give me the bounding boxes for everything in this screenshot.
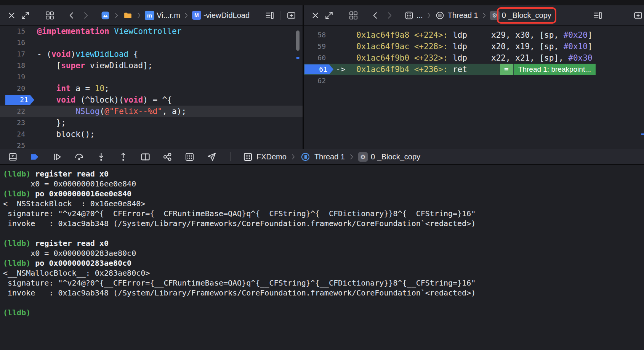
add-editor-button[interactable] xyxy=(631,8,644,22)
breadcrumb-file-label[interactable]: Vi...r.m xyxy=(157,11,180,20)
chevron-right-icon xyxy=(81,11,90,20)
related-items-button[interactable] xyxy=(43,8,56,22)
thread-breakpoint-badge[interactable]: Thread 1: breakpoint... xyxy=(514,64,596,75)
step-out-button[interactable] xyxy=(116,150,130,163)
simulate-location-button[interactable] xyxy=(204,150,219,163)
step-into-button[interactable] xyxy=(94,150,108,163)
source-code-text[interactable]: block(); xyxy=(27,128,95,140)
breakpoint-badge-menu-icon[interactable]: ≡ xyxy=(500,64,513,75)
debug-thread-label[interactable]: Thread 1 xyxy=(314,153,345,161)
continue-button[interactable] xyxy=(50,150,64,163)
breadcrumb-frame-label[interactable]: 0 _Block_copy xyxy=(502,11,551,20)
process-crumb[interactable] xyxy=(242,150,253,163)
line-number-gutter[interactable]: 21 xyxy=(0,94,27,106)
thread-crumb[interactable] xyxy=(300,150,311,163)
breadcrumb-symbol-label[interactable]: -viewDidLoad xyxy=(203,11,250,20)
source-code-text[interactable] xyxy=(27,71,37,83)
focus-editor-button[interactable] xyxy=(18,8,32,22)
project-crumb[interactable] xyxy=(100,8,111,22)
console-line: <__NSMallocBlock__: 0x283ae80c0> xyxy=(3,268,644,278)
source-line: 21 void (^block)(void) = ^{ xyxy=(0,94,303,106)
breakpoint-badge[interactable]: 21 xyxy=(5,95,34,105)
app-grid-icon xyxy=(404,11,414,20)
line-number-gutter[interactable]: 16 xyxy=(0,37,27,48)
view-debugger-button[interactable] xyxy=(138,150,152,163)
line-number-gutter[interactable]: 24 xyxy=(0,128,27,140)
disasm-line-number-gutter[interactable]: 62 xyxy=(304,75,330,87)
source-code-text[interactable]: int a = 10; xyxy=(27,83,109,94)
editor-options-button[interactable] xyxy=(591,8,604,22)
breadcrumb-separator-icon xyxy=(113,12,120,19)
source-code-text[interactable]: - (void)viewDidLoad { xyxy=(27,48,138,60)
project-crumb[interactable] xyxy=(404,8,414,22)
project-icon xyxy=(101,11,110,20)
line-number-gutter[interactable]: 17 xyxy=(0,48,27,60)
source-code-text[interactable]: NSLog(@"Felix--%d", a); xyxy=(27,106,186,117)
step-over-icon xyxy=(74,152,84,162)
environment-overrides-button[interactable] xyxy=(182,150,197,163)
grid-icon xyxy=(45,11,54,20)
source-code-area[interactable]: 15@implementation ViewController1617- (v… xyxy=(0,26,303,149)
toggle-breakpoints-button[interactable] xyxy=(27,150,42,163)
frame-crumb[interactable]: 0 _Block_copy xyxy=(502,11,551,20)
folder-icon xyxy=(123,11,133,20)
console-line: x0 = 0x0000000283ae80c0 xyxy=(3,248,644,258)
disasm-line-number-gutter[interactable]: 58 xyxy=(304,29,330,41)
toolbar-divider xyxy=(280,11,280,20)
disassembly-text[interactable]: 0x1ac64f9a8 <+224>: ldp x29, x30, [sp, #… xyxy=(356,29,593,41)
close-editor-button[interactable] xyxy=(308,8,322,22)
lldb-console[interactable]: (lldb) register read x0 x0 = 0x000000016… xyxy=(0,165,644,350)
close-editor-button[interactable] xyxy=(5,8,18,22)
source-code-text[interactable]: void (^block)(void) = ^{ xyxy=(27,94,172,106)
add-editor-button[interactable] xyxy=(284,8,298,22)
disassembly-text[interactable]: 0x1ac64f9ac <+228>: ldp x20, x19, [sp, #… xyxy=(356,41,593,52)
folder-crumb[interactable] xyxy=(122,8,133,22)
disasm-line-number-gutter[interactable]: 60 xyxy=(304,52,330,64)
forward-button[interactable] xyxy=(382,8,396,22)
memory-graph-button[interactable] xyxy=(160,150,175,163)
disassembly-text[interactable]: 0x1ac64f9b4 <+236>: ret xyxy=(356,64,467,75)
source-code-text[interactable]: }; xyxy=(27,117,66,128)
breadcrumb: m Vi...r.m M -viewDidLoad xyxy=(100,8,250,22)
disassembly-text[interactable]: 0x1ac64f9b0 <+232>: ldp x22, x21, [sp], … xyxy=(356,52,593,64)
back-button[interactable] xyxy=(368,8,382,22)
focus-editor-button[interactable] xyxy=(322,8,336,22)
forward-button[interactable] xyxy=(78,8,92,22)
scrollbar-thumb[interactable] xyxy=(296,31,300,51)
related-items-button[interactable] xyxy=(346,8,360,22)
objc-file-icon: m xyxy=(145,11,154,20)
step-into-icon xyxy=(96,152,106,162)
line-number-gutter[interactable]: 23 xyxy=(0,117,27,128)
step-over-button[interactable] xyxy=(72,150,86,163)
line-number-gutter[interactable]: 25 xyxy=(0,140,27,149)
source-code-text[interactable]: @implementation ViewController xyxy=(27,26,181,37)
current-instruction-arrow xyxy=(330,52,356,64)
view-hierarchy-icon xyxy=(140,152,151,162)
thread-crumb[interactable] xyxy=(435,8,445,22)
breadcrumb-thread-label[interactable]: Thread 1 xyxy=(448,11,478,20)
source-code-text[interactable] xyxy=(27,37,37,48)
debug-frame-label[interactable]: 0 _Block_copy xyxy=(371,153,420,161)
close-icon xyxy=(7,11,16,20)
line-number-gutter[interactable]: 19 xyxy=(0,71,27,83)
source-line: 25 xyxy=(0,140,303,149)
console-line: (lldb) po 0x0000000283ae80c0 xyxy=(3,258,644,268)
line-number-gutter[interactable]: 15 xyxy=(0,26,27,37)
disassembly-area[interactable]: 580x1ac64f9a8 <+224>: ldp x29, x30, [sp,… xyxy=(304,26,644,149)
editor-options-button[interactable] xyxy=(263,8,276,22)
back-button[interactable] xyxy=(65,8,78,22)
disasm-line-number-gutter[interactable]: 61 xyxy=(304,64,330,75)
source-line: 23 }; xyxy=(0,117,303,128)
hide-debug-area-button[interactable] xyxy=(5,150,20,163)
line-number-gutter[interactable]: 20 xyxy=(0,83,27,94)
line-number-gutter[interactable]: 22 xyxy=(0,106,27,117)
instruction-pointer-badge[interactable]: 61 xyxy=(304,64,333,74)
console-line: (lldb) xyxy=(3,308,644,318)
console-line: signature: "^v24@?0^{__CFError={__CFRunt… xyxy=(3,278,644,288)
source-code-text[interactable]: [super viewDidLoad]; xyxy=(27,60,152,71)
line-number-gutter[interactable]: 18 xyxy=(0,60,27,71)
source-code-text[interactable] xyxy=(27,140,37,149)
disasm-line-number-gutter[interactable]: 59 xyxy=(304,41,330,52)
debug-project-label[interactable]: FXDemo xyxy=(256,153,287,161)
breadcrumb-project-label[interactable]: ... xyxy=(417,11,423,20)
